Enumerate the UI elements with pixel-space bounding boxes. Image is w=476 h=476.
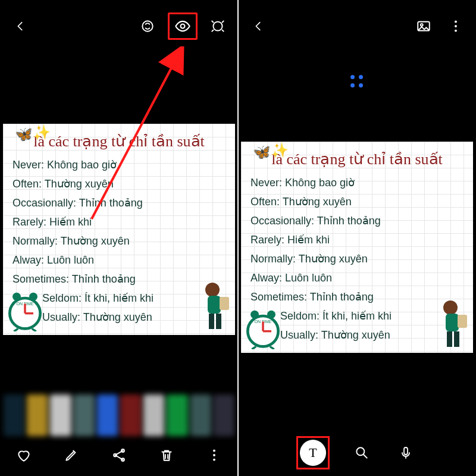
svg-line-36 <box>252 346 256 349</box>
svg-point-21 <box>213 449 215 452</box>
loading-indicator <box>350 75 364 88</box>
pane-divider <box>237 0 239 476</box>
svg-rect-16 <box>209 314 214 329</box>
svg-rect-40 <box>458 315 467 328</box>
image-card-right: 🦋✨ là các trạng từ chỉ tần suất Never: K… <box>238 142 476 353</box>
svg-line-11 <box>14 328 18 331</box>
svg-rect-15 <box>220 297 229 310</box>
svg-point-10 <box>29 293 37 301</box>
share-button[interactable] <box>107 443 131 467</box>
svg-point-25 <box>421 24 423 26</box>
mic-button[interactable] <box>394 441 418 465</box>
image-card-left: 🦋✨ là các trạng từ chỉ tần suất Never: K… <box>0 124 238 335</box>
card-row: Occasionally: Thỉnh thoảng <box>9 193 229 212</box>
back-button[interactable] <box>246 14 270 38</box>
topbar-left <box>0 0 238 52</box>
card-row: Rarely: Hiếm khi <box>247 230 467 249</box>
more-button[interactable] <box>444 14 468 38</box>
svg-point-22 <box>213 454 215 456</box>
topbar-right <box>238 0 476 52</box>
pane-left: 🦋✨ là các trạng từ chỉ tần suất Never: K… <box>0 0 238 476</box>
card-row: Never: Không bao giờ <box>9 155 229 174</box>
clock-decoration: ON TIME <box>242 308 284 349</box>
svg-point-35 <box>267 311 275 319</box>
edit-button[interactable] <box>60 443 83 467</box>
lens-icon[interactable] <box>206 14 230 38</box>
svg-point-34 <box>250 311 259 319</box>
svg-line-12 <box>32 328 36 331</box>
thumbnail-strip[interactable] <box>0 394 238 436</box>
clock-decoration: ON TIME <box>4 290 46 331</box>
ai-enhance-icon[interactable] <box>136 14 159 38</box>
back-button[interactable] <box>8 14 32 38</box>
svg-point-9 <box>12 293 21 301</box>
more-button[interactable] <box>202 443 226 467</box>
svg-point-13 <box>205 283 220 297</box>
card-row: Often: Thường xuyên <box>9 174 229 193</box>
gallery-icon[interactable] <box>412 14 436 38</box>
svg-rect-14 <box>208 296 221 314</box>
svg-rect-41 <box>447 331 452 347</box>
butterfly-decoration: 🦋✨ <box>252 142 289 161</box>
eye-view-icon[interactable] <box>168 12 198 40</box>
svg-point-27 <box>455 25 457 27</box>
favorite-button[interactable] <box>12 443 36 467</box>
svg-rect-39 <box>446 314 459 331</box>
card-row: Often: Thường xuyên <box>247 192 467 211</box>
card-row: Normally: Thường xuyên <box>9 231 229 250</box>
person-decoration <box>191 280 235 334</box>
svg-line-37 <box>270 346 274 349</box>
svg-point-26 <box>455 20 457 23</box>
text-tool-highlight: T <box>296 436 330 469</box>
svg-point-38 <box>443 300 458 315</box>
svg-point-28 <box>455 30 457 32</box>
search-button[interactable] <box>350 441 374 465</box>
card-row: Never: Không bao giờ <box>247 173 467 192</box>
card-row: Rarely: Hiếm khi <box>9 212 229 231</box>
svg-point-2 <box>213 21 222 30</box>
svg-rect-44 <box>404 447 408 455</box>
butterfly-decoration: 🦋✨ <box>14 124 51 143</box>
svg-point-0 <box>142 21 152 31</box>
pane-right: 🦋✨ là các trạng từ chỉ tần suất Never: K… <box>238 0 476 476</box>
bottombar-right: T <box>238 434 476 471</box>
svg-point-43 <box>356 447 364 455</box>
svg-rect-17 <box>216 314 221 329</box>
bottombar-left <box>0 439 238 471</box>
card-row: Alway: Luôn luôn <box>9 250 229 270</box>
card-row: Normally: Thường xuyên <box>247 249 467 268</box>
svg-point-23 <box>213 459 215 461</box>
card-row: Alway: Luôn luôn <box>247 268 467 287</box>
card-row: Occasionally: Thỉnh thoảng <box>247 211 467 230</box>
text-tool-button[interactable]: T <box>300 440 326 466</box>
person-decoration <box>429 298 473 352</box>
delete-button[interactable] <box>155 443 178 467</box>
svg-point-1 <box>181 24 185 29</box>
svg-rect-42 <box>454 331 459 347</box>
